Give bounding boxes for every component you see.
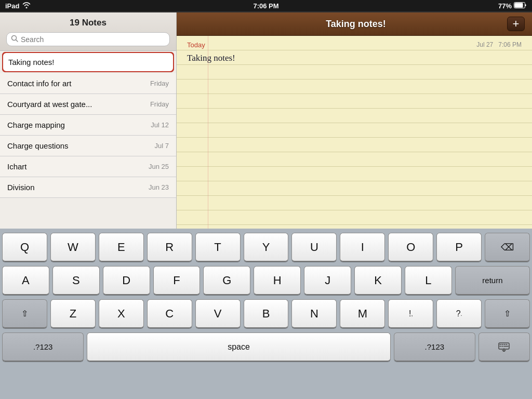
keyboard-row-2: A S D F G H J K L return <box>2 266 530 295</box>
key-z[interactable]: Z <box>50 299 96 328</box>
ipad-label: iPad <box>5 2 19 10</box>
key-l[interactable]: L <box>405 266 452 295</box>
key-i[interactable]: I <box>340 233 385 262</box>
note-date: Jul 7 <box>155 142 169 150</box>
note-toolbar-title: Taking notes! <box>205 19 507 30</box>
key-d[interactable]: D <box>103 266 150 295</box>
key-y[interactable]: Y <box>244 233 289 262</box>
key-numeric-right[interactable]: .?123 <box>394 332 475 362</box>
key-r[interactable]: R <box>147 233 192 262</box>
note-title: Division <box>7 183 35 192</box>
key-m[interactable]: M <box>340 299 385 328</box>
key-b[interactable]: B <box>244 299 289 328</box>
list-item[interactable]: Ichart Jun 25 <box>0 156 176 177</box>
note-area: Taking notes! + Today Jul 27 7:06 PM Tak… <box>177 12 532 229</box>
note-title: Courtyard at west gate... <box>7 100 92 109</box>
status-right: 77% <box>498 2 527 10</box>
note-title: Charge mapping <box>7 121 65 129</box>
note-title: Taking notes! <box>8 58 54 66</box>
keyboard-row-1: Q W E R T Y U I O P ⌫ <box>2 233 530 262</box>
note-today-label: Today <box>187 41 205 49</box>
key-g[interactable]: G <box>203 266 250 295</box>
note-date: Jul 12 <box>151 121 169 129</box>
sidebar: 19 Notes Taking notes! Contact info for … <box>0 12 177 229</box>
key-space[interactable]: space <box>87 332 390 362</box>
key-backspace[interactable]: ⌫ <box>485 233 530 262</box>
key-o[interactable]: O <box>388 233 433 262</box>
key-keyboard-dismiss[interactable] <box>478 332 530 362</box>
note-content[interactable]: Taking notes! <box>187 51 522 65</box>
battery-label: 77% <box>498 2 512 10</box>
svg-line-3 <box>16 40 18 42</box>
search-icon <box>11 35 18 44</box>
list-item[interactable]: Contact info for art Friday <box>0 73 176 94</box>
note-date: Jun 25 <box>149 163 169 170</box>
key-numeric-left[interactable]: .?123 <box>2 332 84 362</box>
key-j[interactable]: J <box>304 266 351 295</box>
key-f[interactable]: F <box>153 266 201 295</box>
note-toolbar: Taking notes! + <box>177 12 532 36</box>
svg-rect-1 <box>515 3 523 7</box>
key-v[interactable]: V <box>195 299 241 328</box>
status-bar: iPad 7:06 PM 77% <box>0 0 532 11</box>
status-time: 7:06 PM <box>253 2 278 10</box>
key-q[interactable]: Q <box>2 233 47 262</box>
note-timestamp: Jul 27 7:06 PM <box>476 41 522 49</box>
key-n[interactable]: N <box>291 299 337 328</box>
note-title: Charge questions <box>7 141 69 150</box>
keyboard: Q W E R T Y U I O P ⌫ A S D F G H J K L … <box>0 229 532 399</box>
note-time-right: 7:06 PM <box>498 41 522 48</box>
key-u[interactable]: U <box>291 233 337 262</box>
note-date: Jun 23 <box>149 183 169 191</box>
status-left: iPad <box>5 2 31 10</box>
note-date-right: Jul 27 <box>476 41 493 48</box>
key-x[interactable]: X <box>99 299 144 328</box>
note-date: Friday <box>150 100 169 108</box>
key-return[interactable]: return <box>455 266 530 295</box>
notes-count-title: 19 Notes <box>6 18 170 28</box>
list-item[interactable]: Division Jun 23 <box>0 177 176 198</box>
keyboard-row-3: ⇧ Z X C V B N M !, ?. ⇧ <box>2 299 530 328</box>
list-item[interactable]: Charge mapping Jul 12 <box>0 115 176 136</box>
key-e[interactable]: E <box>99 233 144 262</box>
key-c[interactable]: C <box>147 299 192 328</box>
note-paper[interactable]: Today Jul 27 7:06 PM Taking notes! <box>177 36 532 229</box>
key-shift-left[interactable]: ⇧ <box>2 299 47 328</box>
key-p[interactable]: P <box>436 233 482 262</box>
key-s[interactable]: S <box>52 266 100 295</box>
note-date: Friday <box>150 79 169 87</box>
key-a[interactable]: A <box>2 266 49 295</box>
wifi-icon <box>22 2 31 10</box>
battery-icon <box>514 2 527 10</box>
sidebar-header: 19 Notes <box>0 12 176 51</box>
key-exclaim-comma[interactable]: !, <box>388 299 433 328</box>
note-meta: Today Jul 27 7:06 PM <box>187 41 522 49</box>
key-question-period[interactable]: ?. <box>436 299 482 328</box>
note-title: Ichart <box>7 162 27 171</box>
app-container: 19 Notes Taking notes! Contact info for … <box>0 11 532 229</box>
list-item[interactable]: Charge questions Jul 7 <box>0 136 176 156</box>
note-title: Contact info for art <box>7 79 71 88</box>
note-item-selected[interactable]: Taking notes! <box>2 52 174 72</box>
keyboard-row-4: .?123 space .?123 <box>2 332 530 362</box>
key-t[interactable]: T <box>195 233 241 262</box>
search-input[interactable] <box>21 35 165 44</box>
notes-list: Taking notes! Contact info for art Frida… <box>0 51 176 229</box>
key-k[interactable]: K <box>354 266 402 295</box>
list-item[interactable]: Courtyard at west gate... Friday <box>0 94 176 115</box>
key-shift-right[interactable]: ⇧ <box>485 299 530 328</box>
search-box[interactable] <box>6 32 170 46</box>
key-w[interactable]: W <box>50 233 96 262</box>
add-note-button[interactable]: + <box>507 17 525 31</box>
key-h[interactable]: H <box>254 266 301 295</box>
